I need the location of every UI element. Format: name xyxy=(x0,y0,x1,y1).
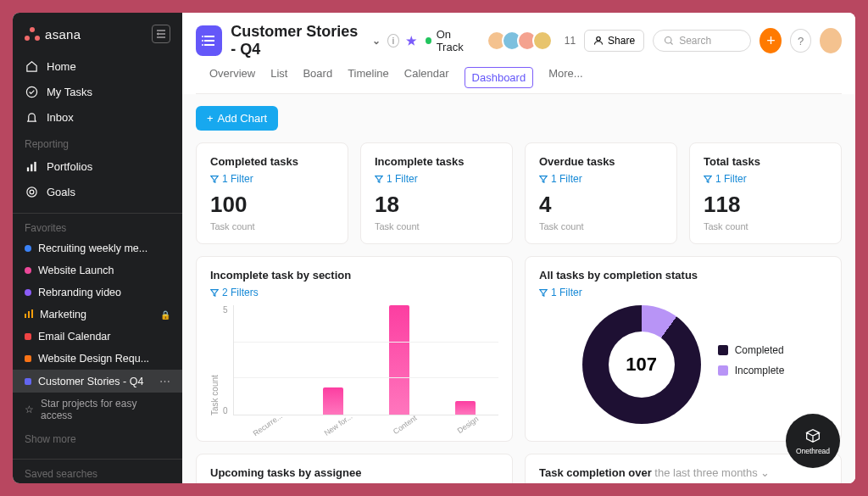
filter-link[interactable]: 1 Filter xyxy=(539,287,827,298)
nav-portfolios[interactable]: Portfolios xyxy=(13,153,182,179)
svg-point-11 xyxy=(202,44,203,46)
stat-title: Completed tasks xyxy=(210,155,334,168)
svg-rect-6 xyxy=(25,314,26,318)
nav-my-tasks[interactable]: My Tasks xyxy=(13,79,182,104)
stat-title: Overdue tasks xyxy=(539,155,663,168)
add-chart-button[interactable]: + Add Chart xyxy=(196,106,278,131)
favorite-item[interactable]: Marketing🔒 xyxy=(13,304,182,326)
tab-board[interactable]: Board xyxy=(303,67,332,93)
help-button[interactable]: ? xyxy=(790,29,811,53)
project-status[interactable]: On Track xyxy=(426,28,475,53)
star-hint: ☆ Star projects for easy access xyxy=(13,393,182,426)
watermark-badge: Onethread xyxy=(786,414,840,468)
legend-item: Completed xyxy=(718,344,785,356)
svg-rect-8 xyxy=(31,309,33,318)
stat-subtext: Task count xyxy=(704,221,827,231)
project-color-icon xyxy=(25,309,33,320)
filter-link[interactable]: 1 Filter xyxy=(539,173,663,185)
y-axis-label: Task count xyxy=(210,305,220,415)
brand-logo[interactable]: asana xyxy=(25,27,81,42)
svg-rect-1 xyxy=(26,167,28,171)
collapse-sidebar-icon[interactable] xyxy=(152,25,170,43)
svg-point-13 xyxy=(665,37,672,44)
favorite-label: Website Design Requ... xyxy=(38,353,170,365)
donut-legend: CompletedIncomplete xyxy=(718,344,785,385)
upcoming-chart-card[interactable]: Upcoming tasks by assignee 2 Filters xyxy=(196,454,513,483)
svg-point-9 xyxy=(202,36,203,37)
svg-point-10 xyxy=(202,40,203,42)
bar-chart-card[interactable]: Incomplete task by section 2 Filters Tas… xyxy=(196,256,513,442)
svg-point-5 xyxy=(30,190,34,194)
tab-list[interactable]: List xyxy=(270,67,287,93)
donut-chart-card[interactable]: All tasks by completion status 1 Filter … xyxy=(525,256,842,442)
project-color-icon xyxy=(25,378,31,385)
share-button[interactable]: Share xyxy=(584,30,644,52)
project-title[interactable]: Customer Stories - Q4 ⌄ i ★ xyxy=(231,23,417,59)
stat-subtext: Task count xyxy=(210,221,334,231)
nav-label: Home xyxy=(47,60,76,73)
stat-card[interactable]: Completed tasks1 Filter100Task count xyxy=(196,142,348,244)
tab-more[interactable]: More... xyxy=(548,67,582,93)
project-color-icon xyxy=(25,355,31,362)
info-icon[interactable]: i xyxy=(387,34,399,47)
star-outline-icon: ☆ xyxy=(25,404,34,415)
target-icon xyxy=(25,185,38,198)
stat-card[interactable]: Overdue tasks1 Filter4Task count xyxy=(525,142,677,244)
chart-title: Task completion over the last three mont… xyxy=(539,466,827,479)
favorite-item[interactable]: Email Calendar xyxy=(13,326,182,348)
star-icon[interactable]: ★ xyxy=(406,34,417,47)
search-input[interactable]: Search xyxy=(653,30,751,52)
favorite-item[interactable]: Customer Stories - Q4⋯ xyxy=(13,370,182,393)
favorite-item[interactable]: Recruiting weekly me... xyxy=(13,237,182,259)
favorite-label: Website Launch xyxy=(38,265,170,276)
favorite-item[interactable]: Rebranding video xyxy=(13,281,182,304)
project-icon[interactable] xyxy=(196,25,222,56)
favorite-item[interactable]: Website Launch xyxy=(13,259,182,281)
filter-icon xyxy=(539,288,548,297)
global-add-button[interactable]: + xyxy=(760,28,782,53)
more-icon[interactable]: ⋯ xyxy=(159,375,170,387)
x-tick-label: Content xyxy=(392,414,419,436)
stat-title: Incomplete tasks xyxy=(375,155,498,168)
period-selector[interactable]: the last three months ⌄ xyxy=(654,466,770,479)
person-icon xyxy=(593,36,604,46)
filter-link[interactable]: 1 Filter xyxy=(375,173,498,185)
filter-link[interactable]: 1 Filter xyxy=(210,173,334,185)
user-avatar[interactable] xyxy=(820,28,842,53)
svg-point-12 xyxy=(597,37,601,42)
tab-calendar[interactable]: Calendar xyxy=(404,67,449,93)
x-axis-labels: Recurre...New for...ContentDesign xyxy=(210,421,498,429)
filter-link[interactable]: 2 Filters xyxy=(210,287,498,298)
tab-timeline[interactable]: Timeline xyxy=(348,67,389,93)
tab-overview[interactable]: Overview xyxy=(209,67,255,93)
stat-card[interactable]: Incomplete tasks1 Filter18Task count xyxy=(360,142,513,244)
bars-icon xyxy=(25,159,38,173)
svg-rect-7 xyxy=(28,311,30,318)
filter-link[interactable]: 1 Filter xyxy=(704,173,827,185)
stat-value: 4 xyxy=(539,192,663,218)
favorite-label: Customer Stories - Q4 xyxy=(38,376,153,387)
section-reporting: Reporting xyxy=(13,130,182,153)
member-avatars[interactable] xyxy=(492,31,553,51)
project-color-icon xyxy=(25,245,31,252)
project-tabs: OverviewListBoardTimelineCalendarDashboa… xyxy=(196,59,842,94)
project-color-icon xyxy=(25,267,31,274)
tab-dashboard[interactable]: Dashboard xyxy=(465,67,534,88)
member-avatar[interactable] xyxy=(532,31,553,51)
stat-title: Total tasks xyxy=(704,155,827,168)
section-favorites: Favorites xyxy=(13,214,182,237)
favorite-item[interactable]: Website Design Requ... xyxy=(13,348,182,370)
nav-inbox[interactable]: Inbox xyxy=(13,104,182,130)
nav-goals[interactable]: Goals xyxy=(13,179,182,204)
x-tick-label: Recurre... xyxy=(252,412,284,438)
chart-title: Upcoming tasks by assignee xyxy=(210,466,498,479)
show-more[interactable]: Show more xyxy=(13,426,182,452)
app-frame: asana Home My Tasks Inbox Reporting Port… xyxy=(13,13,855,483)
stat-card[interactable]: Total tasks1 Filter118Task count xyxy=(689,142,842,244)
donut-center-value: 107 xyxy=(626,354,657,376)
sidebar-header: asana xyxy=(13,13,182,53)
bar xyxy=(323,387,343,415)
svg-rect-2 xyxy=(31,164,32,170)
nav-home[interactable]: Home xyxy=(13,53,182,79)
chevron-down-icon[interactable]: ⌄ xyxy=(372,35,381,47)
